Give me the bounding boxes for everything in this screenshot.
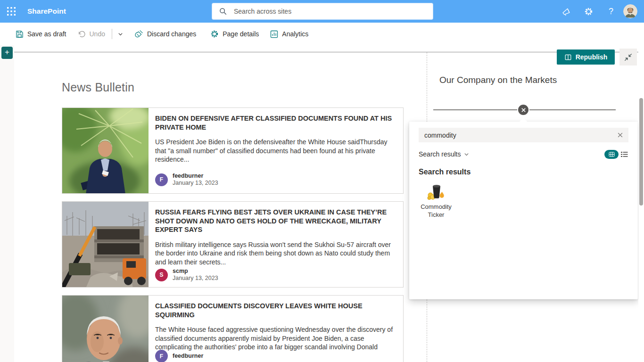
save-as-draft-label: Save as draft — [27, 30, 66, 38]
search-icon — [219, 7, 227, 16]
undo-icon — [78, 30, 86, 38]
results-heading: Search results — [419, 168, 471, 176]
article-date: January 13, 2023 — [173, 275, 218, 282]
author-name: feedburner — [173, 353, 203, 360]
author-avatar: F — [155, 173, 168, 186]
discard-changes-button[interactable]: Discard changes — [134, 30, 196, 39]
result-label: Commodity Ticker — [418, 203, 454, 219]
chevron-down-icon — [118, 32, 123, 37]
collapse-arrows-icon — [624, 53, 633, 62]
grid-view-icon — [609, 152, 615, 157]
section-border — [12, 52, 639, 52]
exit-full-width-button[interactable] — [619, 49, 637, 66]
undo-label: Undo — [90, 30, 105, 38]
close-toolbox-button[interactable] — [517, 104, 529, 116]
app-launcher-button[interactable] — [0, 0, 23, 23]
scrollbar-thumb[interactable] — [639, 98, 643, 206]
news-card[interactable]: BIDEN ON DEFENSIVE AFTER CLASSIFIED DOCU… — [62, 107, 404, 194]
author-name: feedburner — [173, 173, 218, 180]
announcements-button[interactable] — [556, 0, 575, 23]
app-title: SharePoint — [27, 0, 66, 23]
news-card[interactable]: RUSSIA FEARS FLYING BEST JETS OVER UKRAI… — [62, 201, 404, 288]
grid-view-toggle[interactable] — [604, 150, 619, 159]
gear-icon — [210, 30, 219, 38]
news-webpart-title: News Bulletin — [62, 81, 134, 94]
commodity-barrel-icon — [426, 183, 446, 200]
article-date: January 13, 2023 — [173, 180, 218, 187]
page-details-label: Page details — [223, 30, 259, 38]
news-excerpt: US President Joe Biden is on the defensi… — [155, 138, 396, 164]
author-name: scmp — [173, 268, 218, 275]
results-scope-dropdown[interactable]: Search results — [419, 150, 469, 158]
news-image-biden-face — [62, 296, 149, 362]
megaphone-icon — [561, 6, 571, 16]
suite-search-box[interactable] — [212, 3, 433, 19]
avatar-photo — [623, 4, 637, 18]
republish-button[interactable]: Republish — [557, 49, 615, 65]
page-details-button[interactable]: Page details — [210, 30, 259, 38]
news-excerpt: British military intelligence says Russi… — [155, 240, 396, 267]
webpart-search-input[interactable] — [419, 132, 628, 139]
list-view-icon — [621, 151, 628, 157]
webpart-picker-panel: Search results Search results — [409, 122, 638, 299]
account-avatar[interactable] — [623, 4, 637, 18]
help-icon: ? — [609, 7, 613, 16]
undo-button[interactable]: Undo — [78, 30, 105, 38]
analytics-chart-icon — [270, 30, 278, 38]
command-bar-divider — [112, 29, 112, 39]
suite-search-input[interactable] — [233, 7, 421, 16]
undo-menu-chevron[interactable] — [117, 32, 128, 37]
clear-search-button[interactable] — [617, 132, 625, 139]
broom-discard-icon — [134, 30, 143, 39]
chevron-down-icon — [464, 152, 469, 157]
author-row: S scmp January 13, 2023 — [155, 268, 218, 282]
webpart-result-commodity-ticker[interactable]: Commodity Ticker — [418, 183, 454, 219]
scope-label: Search results — [419, 150, 461, 158]
save-as-draft-button[interactable]: Save as draft — [16, 30, 66, 38]
news-title: BIDEN ON DEFENSIVE AFTER CLASSIFIED DOCU… — [155, 114, 396, 132]
help-button[interactable]: ? — [602, 0, 620, 23]
app-launcher-icon — [7, 7, 16, 16]
news-image-biden-garden — [62, 108, 149, 194]
settings-button[interactable] — [579, 0, 598, 23]
edit-rail — [0, 45, 14, 362]
markets-webpart-title: Our Company on the Markets — [439, 75, 557, 85]
command-bar: Save as draft Undo Discard changes — [0, 23, 644, 45]
webpart-search-box[interactable] — [419, 128, 628, 142]
news-card[interactable]: CLASSIFIED DOCUMENTS DISCOVERY LEAVES WH… — [62, 295, 404, 362]
author-row: F feedburner — [155, 350, 203, 362]
list-view-toggle[interactable] — [621, 151, 628, 158]
author-avatar: F — [155, 350, 168, 362]
scrollbar-track[interactable] — [638, 45, 644, 362]
discard-changes-label: Discard changes — [147, 30, 196, 38]
analytics-label: Analytics — [282, 30, 308, 38]
close-icon — [521, 107, 526, 113]
clear-x-icon — [617, 132, 623, 138]
gear-icon — [584, 7, 593, 16]
analytics-button[interactable]: Analytics — [270, 30, 308, 38]
news-image-rubble — [62, 202, 149, 288]
news-excerpt: The White House faced aggressive questio… — [155, 325, 396, 352]
author-avatar: S — [155, 269, 168, 281]
add-section-button[interactable]: + — [1, 47, 13, 59]
save-icon — [16, 30, 24, 38]
suite-bar: SharePoint ? — [0, 0, 644, 23]
republish-label: Republish — [576, 53, 608, 61]
callout-notch — [519, 118, 528, 122]
open-book-icon — [564, 54, 572, 61]
news-title: RUSSIA FEARS FLYING BEST JETS OVER UKRAI… — [155, 208, 396, 234]
author-row: F feedburner January 13, 2023 — [155, 173, 218, 187]
news-title: CLASSIFIED DOCUMENTS DISCOVERY LEAVES WH… — [155, 302, 396, 319]
